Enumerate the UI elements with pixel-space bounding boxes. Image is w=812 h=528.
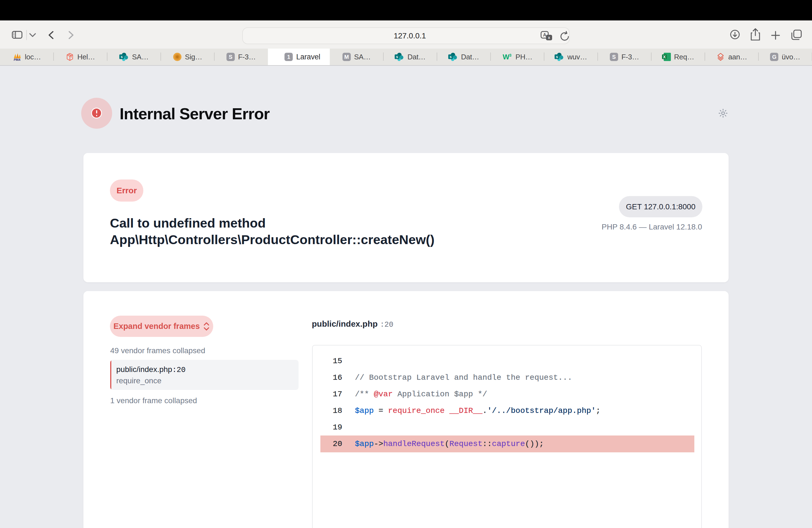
svg-text:3: 3: [509, 53, 511, 57]
svg-text:W: W: [503, 53, 510, 61]
svg-text:s: s: [121, 55, 122, 59]
svg-text:X: X: [663, 55, 666, 59]
svg-text:s: s: [450, 55, 452, 59]
svg-text:s: s: [556, 55, 558, 59]
svg-text:PMA: PMA: [14, 58, 21, 61]
svg-text:s: s: [396, 55, 398, 59]
svg-text:A: A: [543, 33, 546, 37]
svg-text:x: x: [548, 35, 550, 40]
